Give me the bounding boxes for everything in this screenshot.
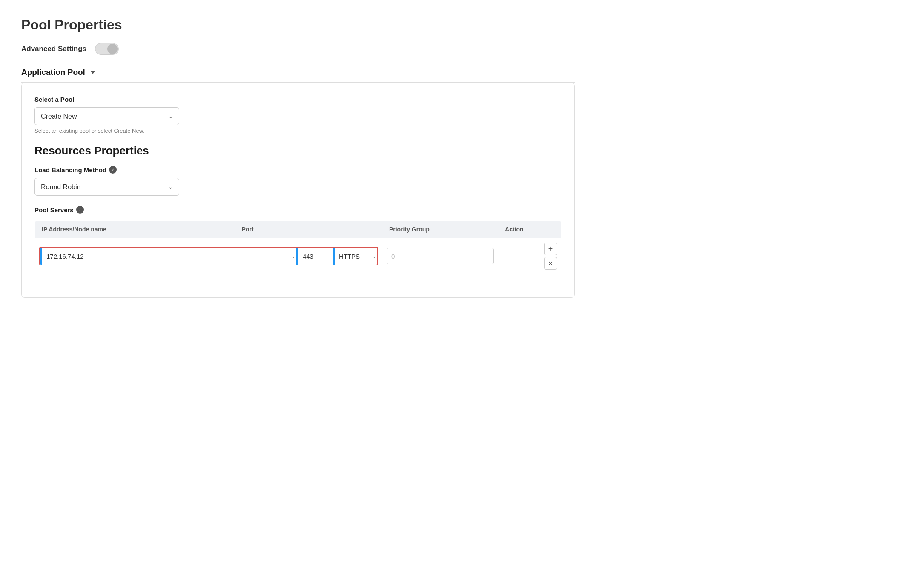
priority-cell <box>382 238 498 274</box>
pool-servers-label: Pool Servers i <box>34 206 562 214</box>
combined-input-highlight: 172.16.74.12 192.168.1.1 ⌄ <box>39 247 378 265</box>
col-action-header: Action <box>498 221 561 238</box>
pool-card: Select a Pool Create New Pool 1 Pool 2 ⌄… <box>21 83 575 298</box>
pool-servers-info-icon[interactable]: i <box>76 206 84 214</box>
pool-hint: Select an existing pool or select Create… <box>34 128 562 134</box>
load-balancing-select[interactable]: Round Robin Least Connections IP Hash <box>34 178 179 196</box>
advanced-settings-toggle[interactable] <box>95 43 119 55</box>
select-pool-group: Select a Pool Create New Pool 1 Pool 2 ⌄… <box>34 96 562 134</box>
load-balancing-group: Load Balancing Method i Round Robin Leas… <box>34 166 562 196</box>
col-ip-header: IP Address/Node name <box>35 221 235 238</box>
resources-properties-title: Resources Properties <box>34 144 562 157</box>
pool-servers-group: Pool Servers i IP Address/Node name Port… <box>34 206 562 274</box>
pool-select[interactable]: Create New Pool 1 Pool 2 <box>34 107 179 125</box>
col-priority-header: Priority Group <box>382 221 498 238</box>
select-pool-label: Select a Pool <box>34 96 562 103</box>
protocol-wrapper: HTTPS HTTP TCP ⌄ <box>335 250 377 263</box>
page-title: Pool Properties <box>21 17 575 33</box>
application-pool-chevron <box>90 71 95 74</box>
protocol-select[interactable]: HTTPS HTTP TCP <box>335 250 373 263</box>
priority-input[interactable] <box>387 248 494 264</box>
action-cell: + × <box>498 238 561 274</box>
add-row-button[interactable]: + <box>544 243 557 255</box>
col-port-header: Port <box>235 221 382 238</box>
toggle-knob <box>107 44 118 54</box>
pool-servers-table: IP Address/Node name Port Priority Group… <box>34 220 562 274</box>
application-pool-header[interactable]: Application Pool <box>21 68 575 83</box>
action-buttons: + × <box>502 243 557 270</box>
table-row: 172.16.74.12 192.168.1.1 ⌄ <box>35 238 562 274</box>
ip-port-cell: 172.16.74.12 192.168.1.1 ⌄ <box>35 238 382 274</box>
pool-select-wrapper: Create New Pool 1 Pool 2 ⌄ <box>34 107 179 125</box>
ip-address-select[interactable]: 172.16.74.12 192.168.1.1 <box>42 250 292 263</box>
remove-row-button[interactable]: × <box>544 257 557 270</box>
port-input[interactable] <box>298 248 333 265</box>
load-balancing-select-wrapper: Round Robin Least Connections IP Hash ⌄ <box>34 178 179 196</box>
ip-wrapper: 172.16.74.12 192.168.1.1 ⌄ <box>42 250 296 263</box>
load-balancing-info-icon[interactable]: i <box>109 166 117 174</box>
application-pool-label: Application Pool <box>21 68 85 77</box>
advanced-settings-label: Advanced Settings <box>21 45 86 53</box>
load-balancing-label: Load Balancing Method i <box>34 166 562 174</box>
